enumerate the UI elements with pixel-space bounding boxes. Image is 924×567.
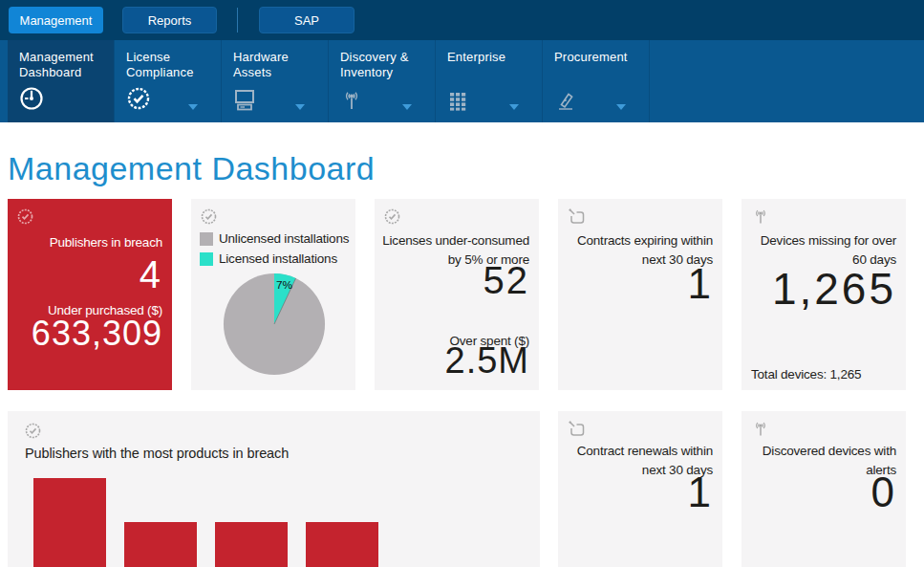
card-publishers-in-breach: Publishers in breach 4 Under purchased (… bbox=[8, 199, 172, 390]
nav-label-line: Assets bbox=[233, 65, 271, 79]
badge-check-icon bbox=[126, 86, 151, 114]
publishers-in-breach-value: 4 bbox=[140, 254, 162, 294]
card-discovered-alerts: Discovered devices withalerts 0 bbox=[741, 411, 906, 567]
over-spent-value: 2.5M bbox=[445, 342, 529, 381]
contract-pen-icon bbox=[568, 421, 586, 442]
tab-sap[interactable]: SAP bbox=[259, 7, 355, 33]
top-bar: Management Reports SAP bbox=[0, 0, 924, 40]
breach-bar bbox=[215, 522, 288, 567]
chevron-down-icon bbox=[188, 104, 198, 110]
chevron-down-icon bbox=[402, 104, 412, 110]
pie-legend: Unlicensed installations Licensed instal… bbox=[200, 231, 349, 272]
bar-chart-title: Publishers with the most products in bre… bbox=[25, 446, 289, 461]
nav-item-discovery-inventory[interactable]: Discovery &Inventory bbox=[329, 40, 436, 122]
pen-icon bbox=[554, 90, 577, 114]
breach-bar bbox=[124, 522, 197, 567]
card-contract-renewals: Contract renewals withinnext 30 days 1 bbox=[558, 411, 722, 567]
gauge-icon bbox=[19, 86, 44, 114]
antenna-icon bbox=[751, 421, 770, 441]
legend-item-licensed: Licensed installations bbox=[200, 251, 349, 266]
chevron-down-icon bbox=[509, 104, 519, 110]
legend-label: Licensed installations bbox=[219, 251, 337, 266]
desktop-icon bbox=[233, 89, 256, 114]
antenna-icon bbox=[340, 90, 363, 114]
pie-slice-label: 7% bbox=[276, 278, 293, 291]
badge-check-icon bbox=[201, 208, 217, 229]
nav-label-line: Dashboard bbox=[19, 65, 81, 79]
chevron-down-icon bbox=[295, 104, 305, 110]
tab-management[interactable]: Management bbox=[9, 7, 103, 33]
nav-label-line: Management bbox=[19, 50, 94, 64]
legend-swatch-teal bbox=[200, 252, 213, 266]
breach-bar-chart bbox=[33, 478, 378, 567]
nav-item-hardware-assets[interactable]: HardwareAssets bbox=[222, 40, 329, 122]
badge-check-icon bbox=[25, 423, 41, 443]
contract-pen-icon bbox=[568, 208, 586, 229]
tab-sap-label: SAP bbox=[294, 13, 319, 28]
topbar-divider bbox=[237, 8, 238, 33]
chevron-down-icon bbox=[616, 104, 626, 110]
module-nav: ManagementDashboard LicenseCompliance Ha… bbox=[0, 40, 924, 122]
under-purchased-value: 633,309 bbox=[32, 316, 162, 352]
antenna-icon bbox=[751, 208, 770, 229]
tab-management-label: Management bbox=[20, 13, 93, 28]
card-title: Publishers in breach bbox=[15, 233, 162, 252]
legend-swatch-gray bbox=[200, 232, 213, 246]
nav-label-line: License bbox=[126, 50, 170, 64]
nav-item-management-dashboard[interactable]: ManagementDashboard bbox=[8, 40, 115, 122]
installations-pie-chart: 7% bbox=[221, 271, 328, 378]
nav-item-procurement[interactable]: Procurement bbox=[543, 40, 650, 122]
nav-label-line: Procurement bbox=[554, 50, 628, 64]
nav-label-line: Inventory bbox=[340, 65, 393, 79]
tab-reports-label: Reports bbox=[148, 13, 192, 28]
total-devices-note: Total devices: 1,265 bbox=[751, 367, 861, 382]
card-devices-missing: Devices missing for over60 days 1,265 To… bbox=[741, 199, 906, 390]
tab-reports[interactable]: Reports bbox=[122, 7, 217, 33]
building-icon bbox=[447, 90, 470, 114]
card-installations: Unlicensed installations Licensed instal… bbox=[191, 199, 355, 390]
page-title: Management Dashboard bbox=[8, 150, 375, 187]
legend-label: Unlicensed installations bbox=[219, 231, 349, 246]
nav-label-line: Discovery & bbox=[340, 50, 409, 64]
nav-label-line: Enterprise bbox=[447, 50, 505, 64]
discovered-alerts-value: 0 bbox=[871, 470, 896, 514]
breach-bar bbox=[33, 478, 106, 567]
contracts-expiring-value: 1 bbox=[688, 262, 713, 306]
card-licenses-underconsumed: Licenses under-consumedby 5% or more 52 … bbox=[375, 199, 539, 390]
nav-item-enterprise[interactable]: Enterprise bbox=[436, 40, 543, 122]
badge-check-icon bbox=[384, 208, 400, 229]
contract-renewals-value: 1 bbox=[688, 470, 713, 514]
card-publishers-products-breach: Publishers with the most products in bre… bbox=[8, 411, 540, 567]
nav-item-license-compliance[interactable]: LicenseCompliance bbox=[115, 40, 222, 122]
legend-item-unlicensed: Unlicensed installations bbox=[200, 231, 349, 246]
devices-missing-value: 1,265 bbox=[772, 266, 896, 312]
badge-check-icon bbox=[17, 208, 33, 229]
card-contracts-expiring: Contracts expiring withinnext 30 days 1 bbox=[558, 199, 722, 390]
licenses-underconsumed-value: 52 bbox=[483, 260, 530, 300]
breach-bar bbox=[306, 522, 378, 567]
nav-label-line: Hardware bbox=[233, 50, 289, 64]
nav-label-line: Compliance bbox=[126, 65, 194, 79]
